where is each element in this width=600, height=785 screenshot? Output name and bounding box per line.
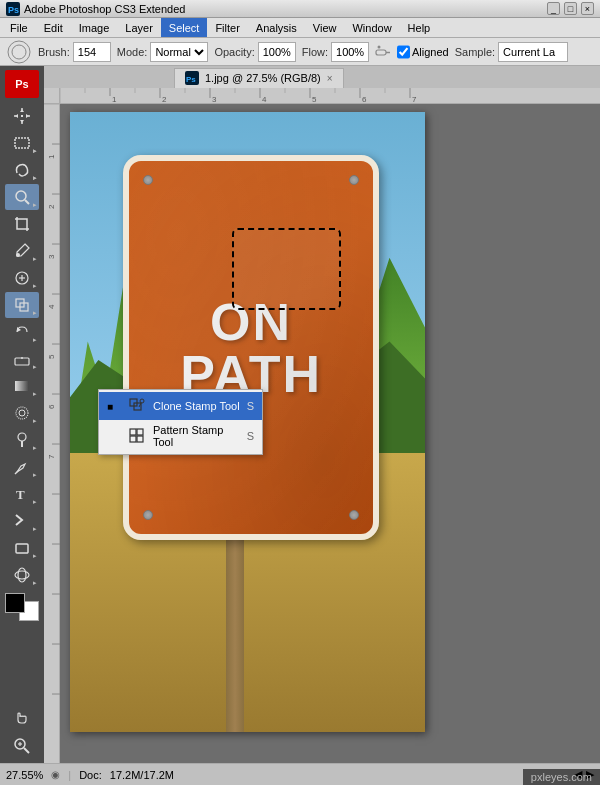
svg-text:7: 7 <box>47 454 56 459</box>
clone-stamp-shortcut: S <box>247 400 254 412</box>
menu-bar: File Edit Image Layer Select Filter Anal… <box>0 18 600 38</box>
canvas-viewport[interactable]: ON PATH ■ <box>60 104 600 763</box>
svg-rect-22 <box>15 358 29 365</box>
flow-value[interactable]: 100% <box>331 42 369 62</box>
move-tool[interactable] <box>5 103 39 129</box>
healing-brush-tool[interactable]: ▸ <box>5 265 39 291</box>
menu-window[interactable]: Window <box>344 18 399 37</box>
3d-rotate-tool[interactable]: ▸ <box>5 562 39 588</box>
doc-container: 1 2 3 4 5 6 7 <box>44 88 600 763</box>
menu-view[interactable]: View <box>305 18 345 37</box>
watermark: pxleyes.com <box>523 769 600 785</box>
ruler-canvas-row: 1 2 3 4 5 6 7 <box>44 104 600 763</box>
svg-text:5: 5 <box>312 95 317 104</box>
doc-tab-title: 1.jpg @ 27.5% (RGB/8) <box>205 72 321 84</box>
clone-stamp-tool[interactable]: ▸ <box>5 292 39 318</box>
aligned-label: Aligned <box>397 42 449 62</box>
svg-text:1: 1 <box>47 154 56 159</box>
context-check: ■ <box>107 401 121 412</box>
menu-image[interactable]: Image <box>71 18 118 37</box>
svg-text:T: T <box>16 487 25 502</box>
toolbar: Ps ▸ ▸ ▸ ▸ ▸ ▸ <box>0 66 44 763</box>
svg-point-13 <box>16 191 26 201</box>
marquee-tool[interactable]: ▸ ▸ <box>5 130 39 156</box>
options-bar: Brush: 154 Mode: Normal Opacity: 100% Fl… <box>0 38 600 66</box>
sample-group: Sample: Current La <box>455 42 568 62</box>
eyedropper-tool[interactable]: ▸ <box>5 238 39 264</box>
title-text: Adobe Photoshop CS3 Extended <box>24 3 185 15</box>
type-tool[interactable]: T ▸ <box>5 481 39 507</box>
gradient-tool[interactable]: ▸ <box>5 373 39 399</box>
shape-tool[interactable]: ▸ <box>5 535 39 561</box>
clone-stamp-icon <box>127 396 147 416</box>
lasso-tool[interactable]: ▸ ▸ <box>5 157 39 183</box>
brush-size[interactable]: 154 <box>73 42 111 62</box>
foreground-color-swatch[interactable] <box>5 593 25 613</box>
opacity-value[interactable]: 100% <box>258 42 296 62</box>
svg-point-83 <box>140 399 144 403</box>
svg-rect-12 <box>15 138 29 148</box>
clone-stamp-label: Clone Stamp Tool <box>153 400 241 412</box>
window-controls[interactable]: _ □ × <box>547 2 594 15</box>
svg-rect-85 <box>130 429 136 435</box>
context-item-pattern-stamp[interactable]: ■ Pattern Stamp Tool S <box>99 420 262 452</box>
path-select-tool[interactable]: ▸ <box>5 508 39 534</box>
status-bar: 27.55% ◉ | Doc: 17.2M/17.2M ◀ ▶ <box>0 763 600 785</box>
app-icon: Ps <box>6 2 20 16</box>
road-sign: ON PATH <box>123 155 379 539</box>
svg-point-26 <box>18 433 26 441</box>
svg-point-3 <box>12 45 26 59</box>
svg-text:6: 6 <box>362 95 367 104</box>
workspace: Ps ▸ ▸ ▸ ▸ ▸ ▸ <box>0 66 600 763</box>
sign-post <box>226 515 244 732</box>
sample-value[interactable]: Current La <box>498 42 568 62</box>
quick-select-tool[interactable]: ▸ <box>5 184 39 210</box>
doc-tab-close[interactable]: × <box>327 73 333 84</box>
zoom-value: 27.55% <box>6 769 43 781</box>
minimize-button[interactable]: _ <box>547 2 560 15</box>
menu-layer[interactable]: Layer <box>117 18 161 37</box>
doc-tab-active[interactable]: Ps 1.jpg @ 27.5% (RGB/8) × <box>174 68 344 88</box>
svg-marker-8 <box>20 120 24 123</box>
hand-tool[interactable] <box>5 705 39 731</box>
blur-tool[interactable]: ▸ <box>5 400 39 426</box>
aligned-checkbox[interactable] <box>397 42 410 62</box>
menu-select[interactable]: Select <box>161 18 208 37</box>
pen-tool[interactable]: ▸ <box>5 454 39 480</box>
svg-line-34 <box>24 748 29 753</box>
tool-options-icon[interactable] <box>6 39 32 65</box>
svg-text:Ps: Ps <box>186 75 196 84</box>
zoom-tool[interactable] <box>5 733 39 759</box>
svg-rect-4 <box>376 50 386 55</box>
svg-text:2: 2 <box>162 95 167 104</box>
svg-rect-11 <box>21 115 23 117</box>
pattern-stamp-shortcut: S <box>247 430 254 442</box>
zoom-display[interactable]: 27.55% <box>6 769 43 781</box>
menu-analysis[interactable]: Analysis <box>248 18 305 37</box>
sign-screw-bl <box>143 510 153 520</box>
close-button[interactable]: × <box>581 2 594 15</box>
svg-line-28 <box>15 471 18 474</box>
svg-rect-87 <box>130 436 136 442</box>
crop-tool[interactable] <box>5 211 39 237</box>
context-item-clone-stamp[interactable]: ■ Clone Stamp Tool S <box>99 392 262 420</box>
eraser-tool[interactable]: ▸ <box>5 346 39 372</box>
menu-edit[interactable]: Edit <box>36 18 71 37</box>
menu-help[interactable]: Help <box>400 18 439 37</box>
history-brush-tool[interactable]: ▸ <box>5 319 39 345</box>
menu-file[interactable]: File <box>2 18 36 37</box>
mode-select[interactable]: Normal <box>150 42 208 62</box>
brush-label: Brush: <box>38 46 70 58</box>
svg-rect-86 <box>137 429 143 435</box>
maximize-button[interactable]: □ <box>564 2 577 15</box>
color-swatches[interactable] <box>5 593 39 621</box>
svg-text:5: 5 <box>47 354 56 359</box>
svg-rect-88 <box>137 436 143 442</box>
status-icon[interactable]: ◉ <box>51 769 60 780</box>
svg-marker-10 <box>26 114 29 118</box>
menu-filter[interactable]: Filter <box>207 18 247 37</box>
dodge-tool[interactable]: ▸ <box>5 427 39 453</box>
svg-point-32 <box>18 568 26 582</box>
extra-tools <box>5 705 39 759</box>
svg-line-14 <box>25 200 29 204</box>
